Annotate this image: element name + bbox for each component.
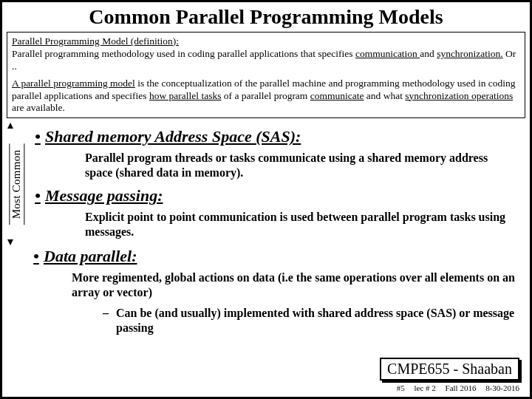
- footer-date: 8-30-2016: [485, 383, 519, 392]
- bullet-sas-title: Shared memory Address Space (SAS):: [45, 127, 301, 146]
- most-common-bullets: • Shared memory Address Space (SAS): Par…: [27, 123, 525, 245]
- dash-icon: –: [103, 306, 116, 335]
- page-title: Common Parallel Programming Models: [7, 5, 525, 29]
- definition-para-1: Parallel Programming Model (definition):…: [12, 35, 520, 73]
- bullet-icon: •: [30, 186, 45, 205]
- bullet-icon: •: [30, 127, 45, 146]
- bullet-dp-title: Data parallel:: [44, 247, 137, 266]
- footer-term: Fall 2016: [446, 383, 477, 392]
- most-common-section: Most Common • Shared memory Address Spac…: [7, 123, 525, 245]
- bullet-sas-desc: Parallel program threads or tasks commun…: [85, 151, 525, 180]
- bullet-mp-desc: Explicit point to point communication is…: [85, 210, 525, 239]
- footer-meta: #5 lec # 2 Fall 2016 8-30-2016: [389, 383, 519, 392]
- bullet-dp-desc: More regimented, global actions on data …: [72, 270, 525, 300]
- definition-para-2: A parallel programming model is the conc…: [12, 78, 520, 115]
- bullet-dp: • Data parallel:: [29, 247, 525, 266]
- data-parallel-section: • Data parallel: More regimented, global…: [29, 247, 525, 335]
- definition-box: Parallel Programming Model (definition):…: [7, 32, 525, 118]
- most-common-sidebar: Most Common: [7, 123, 27, 245]
- bullet-icon: •: [29, 247, 44, 266]
- definition-heading: Parallel Programming Model (definition):: [12, 35, 179, 47]
- slide-frame: Common Parallel Programming Models Paral…: [0, 0, 532, 399]
- bullet-mp-title: Message passing:: [45, 186, 163, 205]
- most-common-label: Most Common: [10, 143, 25, 225]
- bullet-mp: • Message passing:: [30, 186, 525, 205]
- footer-course-box: CMPE655 - Shaaban: [380, 358, 519, 381]
- footer-slide-number: #5: [397, 383, 405, 392]
- bullet-dp-sub-text: Can be (and usually) implemented with sh…: [116, 306, 518, 335]
- footer-lecture: lec # 2: [414, 383, 435, 392]
- bullet-dp-sub: – Can be (and usually) implemented with …: [103, 306, 525, 335]
- bullet-sas: • Shared memory Address Space (SAS):: [30, 127, 525, 146]
